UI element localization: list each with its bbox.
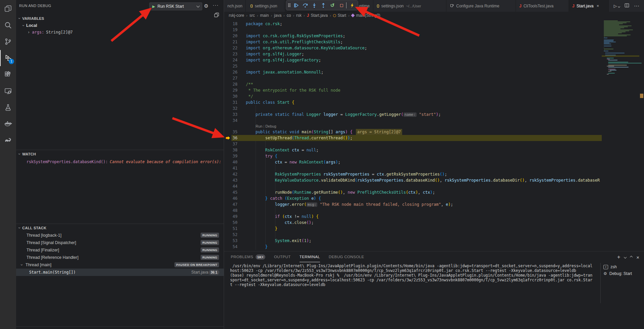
glyph-margin[interactable]	[224, 238, 231, 244]
glyph-margin[interactable]	[224, 21, 231, 27]
glyph-margin[interactable]	[224, 75, 231, 81]
glyph-margin[interactable]	[224, 105, 231, 111]
call-stack-thread[interactable]: Thread [Reference Handler]RUNNING	[16, 254, 224, 261]
glyph-margin[interactable]	[224, 69, 231, 75]
glyph-margin[interactable]	[224, 244, 231, 250]
editor-tab-settings-json[interactable]: {}settings.json	[247, 0, 286, 12]
glyph-margin[interactable]	[224, 99, 231, 105]
code-line-27[interactable]: 27	[224, 75, 602, 81]
split-editor-icon[interactable]	[625, 3, 629, 9]
glyph-margin[interactable]	[224, 214, 231, 220]
code-line-37[interactable]: 37	[224, 141, 602, 147]
editor-tab-clitoolstest-java[interactable]: JCliToolsTest.java	[516, 0, 569, 12]
glyph-margin[interactable]	[224, 165, 231, 171]
watch-expression-row[interactable]: rskSystemProperties.databaseKind(): Cann…	[16, 158, 224, 165]
code-line-52[interactable]: 52	[224, 232, 602, 238]
code-line-33[interactable]: 33 private static final Logger logger = …	[224, 111, 602, 117]
glyph-margin[interactable]	[224, 81, 231, 87]
glyph-margin[interactable]	[224, 129, 231, 135]
activity-bar-item-run-debug[interactable]: 1	[0, 50, 16, 66]
restart-icon[interactable]: ↺	[329, 2, 336, 9]
more-actions-icon[interactable]: ···	[634, 3, 639, 9]
code-line-28[interactable]: 28/**	[224, 81, 602, 87]
code-line-49[interactable]: 49 if (ctx != null) {	[224, 214, 602, 220]
glyph-margin[interactable]	[224, 141, 231, 147]
code-line-22[interactable]: 22import org.ethereum.datasource.KeyValu…	[224, 45, 602, 51]
code-line-19[interactable]: 19	[224, 27, 602, 33]
glyph-margin[interactable]	[224, 153, 231, 159]
breadcrumb-item[interactable]: java	[274, 13, 281, 18]
breadcrumb-method[interactable]: main(String[])	[356, 13, 380, 18]
glyph-margin[interactable]	[224, 159, 231, 165]
call-stack-thread[interactable]: Thread [logback-1]RUNNING	[16, 232, 224, 239]
glyph-margin[interactable]	[224, 226, 231, 232]
code-line-43[interactable]: 43 KeyValueDataSource.validateDbKind(rsk…	[224, 177, 602, 183]
editor-tab-nch-json[interactable]: nch.json	[224, 0, 246, 12]
code-line-20[interactable]: 20import co.rsk.config.RskSystemProperti…	[224, 33, 602, 39]
glyph-margin[interactable]	[224, 51, 231, 57]
drag-handle-icon[interactable]	[288, 3, 291, 7]
panel-tab-problems[interactable]: PROBLEMS1K+	[231, 251, 265, 262]
code-editor[interactable]: 17 */18package co.rsk;1920import co.rsk.…	[224, 19, 644, 251]
code-line-34[interactable]: 34	[224, 117, 602, 124]
glyph-margin[interactable]	[224, 111, 231, 117]
glyph-margin[interactable]	[224, 171, 231, 177]
breadcrumb-item[interactable]: co	[287, 13, 291, 18]
glyph-margin[interactable]	[224, 87, 231, 93]
code-line-35[interactable]: 35 public static void main(String[] args…	[224, 129, 602, 135]
code-line-44[interactable]: 44	[224, 183, 602, 189]
close-icon[interactable]: ×	[596, 3, 599, 8]
run-java-button[interactable]: ▷	[614, 4, 620, 8]
watch-section-header[interactable]: › WATCH	[16, 150, 224, 158]
code-line-51[interactable]: 51 }	[224, 226, 602, 232]
maximize-panel-icon[interactable]	[630, 256, 633, 258]
activity-bar-item-docker[interactable]	[0, 116, 16, 132]
close-panel-icon[interactable]: ×	[636, 254, 639, 260]
glyph-margin[interactable]	[224, 57, 231, 63]
activity-bar-item-remote-explorer[interactable]	[0, 83, 16, 99]
editor-tab-settings-json[interactable]: {}settings.json~/.../User	[373, 0, 446, 12]
code-line-53[interactable]: 53 System.exit(1);	[224, 238, 602, 244]
call-stack-thread[interactable]: Thread [Finalizer]RUNNING	[16, 246, 224, 254]
code-line-42[interactable]: 42 RskSystemProperties rskSystemProperti…	[224, 171, 602, 177]
code-line-36[interactable]: 36 setUpThread(Thread.currentThread());	[224, 135, 602, 141]
code-line-47[interactable]: 47 logger.error(msg: "The RSK node main …	[224, 201, 602, 207]
terminal-instance-zsh[interactable]: >zsh	[603, 264, 643, 270]
breadcrumb-item[interactable]: src	[250, 13, 255, 18]
more-actions-icon[interactable]: ···	[213, 2, 219, 8]
current-statement-icon[interactable]	[224, 135, 231, 141]
step-out-icon[interactable]	[320, 2, 327, 9]
call-stack-frame[interactable]: Start.main(String[])Start.java36:1	[16, 269, 224, 276]
glyph-margin[interactable]	[224, 27, 231, 33]
panel-tab-terminal[interactable]: TERMINAL	[300, 251, 320, 262]
variables-scope-local[interactable]: › Local	[16, 22, 224, 29]
call-stack-section-header[interactable]: › CALL STACK	[16, 224, 224, 232]
code-line-38[interactable]: 38 RskContext ctx = null;	[224, 147, 602, 153]
terminal-dropdown-icon[interactable]	[624, 256, 627, 258]
code-line-48[interactable]: 48	[224, 207, 602, 214]
breadcrumb-item[interactable]: main	[260, 13, 269, 18]
glyph-margin[interactable]	[224, 183, 231, 189]
code-line-23[interactable]: 23import org.slf4j.Logger;	[224, 51, 602, 57]
breadcrumb-file[interactable]: Start.java	[311, 13, 328, 18]
code-line-29[interactable]: 29 * The entrypoint for the RSK full nod…	[224, 87, 602, 93]
gear-icon[interactable]: ⚙	[204, 3, 208, 9]
glyph-margin[interactable]	[224, 117, 231, 124]
glyph-margin[interactable]	[224, 147, 231, 153]
breakpoints-section-header[interactable]: › BREAKPOINTS	[16, 326, 224, 329]
glyph-margin[interactable]	[224, 220, 231, 226]
glyph-margin[interactable]	[224, 33, 231, 39]
activity-bar-item-testing[interactable]	[0, 99, 16, 115]
glyph-margin[interactable]	[224, 201, 231, 207]
glyph-margin[interactable]	[224, 45, 231, 51]
code-line-21[interactable]: 21import co.rsk.util.PreflightChecksUtil…	[224, 39, 602, 45]
code-line-18[interactable]: 18package co.rsk;	[224, 21, 602, 27]
hot-code-replace-icon[interactable]	[348, 2, 356, 9]
codelens-debug-link[interactable]: Debug	[265, 124, 276, 128]
new-terminal-icon[interactable]: +	[617, 254, 620, 260]
code-line-46[interactable]: 46 } catch (Exception e) {	[224, 195, 602, 201]
code-line-39[interactable]: 39 try {	[224, 153, 602, 159]
glyph-margin[interactable]	[224, 195, 231, 201]
step-into-icon[interactable]	[311, 2, 318, 9]
minimap[interactable]	[602, 19, 639, 251]
